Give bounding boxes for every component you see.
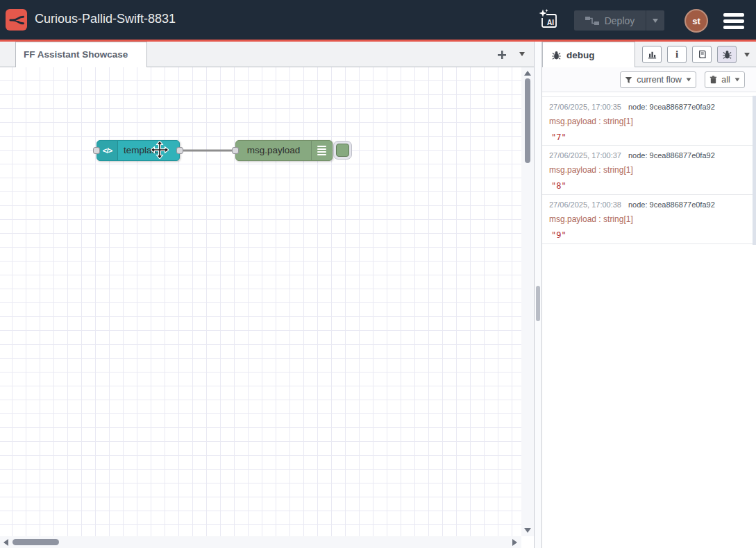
debug-input-port[interactable] xyxy=(232,147,239,154)
flow-canvas[interactable]: </> template msg.payload xyxy=(0,67,521,536)
chevron-down-icon xyxy=(519,52,525,56)
debug-list-scrollbar[interactable] xyxy=(753,96,756,245)
sidebar-tab-debug-button[interactable] xyxy=(717,46,737,63)
code-icon: </> xyxy=(97,141,118,160)
main-area: FF Assistant Showcase </> templ xyxy=(0,42,756,548)
chevron-down-icon xyxy=(653,19,658,23)
chevron-down-icon xyxy=(734,78,739,81)
debug-bug-icon xyxy=(722,49,732,60)
splitter-grip[interactable] xyxy=(536,286,540,321)
bug-icon xyxy=(551,50,562,60)
flow-list-button[interactable] xyxy=(519,52,525,56)
move-cursor-icon xyxy=(151,141,169,159)
debug-filter-label: current flow xyxy=(637,75,682,85)
flow-tab-label: FF Assistant Showcase xyxy=(24,49,128,60)
message-property: msg.payload : string[1] xyxy=(549,214,749,224)
message-property: msg.payload : string[1] xyxy=(549,117,749,126)
flow-tab-bar: FF Assistant Showcase xyxy=(0,42,534,67)
chevron-down-icon xyxy=(686,78,691,81)
horizontal-scroll-thumb[interactable] xyxy=(12,539,59,545)
debug-toolbar: current flow all xyxy=(542,67,756,92)
deploy-options-button[interactable] xyxy=(646,10,664,31)
message-value: "9" xyxy=(549,230,749,240)
debug-message-list: 27/06/2025, 17:00:35 node: 9cea886877e0f… xyxy=(542,92,756,244)
info-icon: i xyxy=(675,49,678,60)
message-source-node: node: 9cea886877e0fa92 xyxy=(628,103,715,111)
main-menu-button[interactable] xyxy=(723,13,744,32)
message-timestamp: 27/06/2025, 17:00:38 xyxy=(549,200,621,209)
debug-enable-toggle[interactable] xyxy=(333,141,352,160)
node-debug[interactable]: msg.payload xyxy=(235,140,333,161)
deploy-button[interactable]: Deploy xyxy=(574,10,664,31)
debug-filter-button[interactable]: current flow xyxy=(620,71,696,88)
book-icon xyxy=(697,49,707,60)
avatar-initials: st xyxy=(692,16,700,26)
canvas-vertical-scrollbar[interactable] xyxy=(521,67,534,536)
add-flow-button[interactable] xyxy=(494,46,510,63)
svg-text:AI: AI xyxy=(547,19,554,26)
template-input-port[interactable] xyxy=(93,147,100,154)
scroll-down-arrow-icon[interactable] xyxy=(524,528,531,533)
template-output-port[interactable] xyxy=(176,147,183,154)
chevron-down-icon xyxy=(744,53,750,57)
sidebar: debug i xyxy=(542,42,756,548)
scroll-left-arrow-icon[interactable] xyxy=(3,539,8,546)
deploy-icon xyxy=(585,16,599,26)
filter-funnel-icon xyxy=(625,76,632,84)
instance-title: Curious-Pallid-Swift-8831 xyxy=(35,12,176,26)
wire-layer xyxy=(0,67,521,536)
deploy-label: Deploy xyxy=(605,15,635,26)
sidebar-tab-bar: debug i xyxy=(542,42,756,67)
vertical-scroll-thumb[interactable] xyxy=(525,78,530,163)
debug-message[interactable]: 27/06/2025, 17:00:38 node: 9cea886877e0f… xyxy=(542,195,756,244)
debug-message[interactable]: 27/06/2025, 17:00:37 node: 9cea886877e0f… xyxy=(542,146,756,195)
node-debug-label: msg.payload xyxy=(236,141,311,160)
sidebar-tab-info-button[interactable]: i xyxy=(667,46,687,63)
workspace: FF Assistant Showcase </> templ xyxy=(0,42,534,548)
message-timestamp: 27/06/2025, 17:00:35 xyxy=(549,103,621,111)
canvas-horizontal-scrollbar[interactable] xyxy=(0,536,521,548)
debug-clear-button[interactable]: all xyxy=(705,71,745,88)
ai-icon: AI xyxy=(537,8,561,32)
deploy-button-main[interactable]: Deploy xyxy=(574,10,646,31)
plus-icon xyxy=(497,50,507,60)
user-avatar[interactable]: st xyxy=(684,9,708,33)
scroll-right-arrow-icon[interactable] xyxy=(512,539,517,546)
message-value: "8" xyxy=(549,181,749,191)
ai-assistant-button[interactable]: AI xyxy=(537,8,561,32)
sidebar-tab-dashboard-button[interactable] xyxy=(642,46,662,63)
flowfuse-logo-icon[interactable] xyxy=(6,9,27,31)
debug-message[interactable]: 27/06/2025, 17:00:35 node: 9cea886877e0f… xyxy=(542,96,756,146)
message-source-node: node: 9cea886877e0fa92 xyxy=(628,151,715,160)
sidebar-menu-button[interactable] xyxy=(744,53,750,57)
message-property: msg.payload : string[1] xyxy=(549,165,749,175)
sidebar-tab-debug-label: debug xyxy=(566,50,595,60)
sidebar-tab-debug[interactable]: debug xyxy=(542,42,635,67)
logo-glyph xyxy=(8,11,26,29)
sidebar-tab-help-button[interactable] xyxy=(692,46,712,63)
debug-clear-label: all xyxy=(721,75,730,85)
trash-icon xyxy=(709,76,717,84)
scroll-up-arrow-icon[interactable] xyxy=(524,71,531,76)
header: Curious-Pallid-Swift-8831 AI Deploy st xyxy=(0,0,756,42)
sidebar-splitter[interactable] xyxy=(534,42,542,548)
dashboard-chart-icon xyxy=(647,49,657,60)
flow-tab-ff-assistant-showcase[interactable]: FF Assistant Showcase xyxy=(15,42,147,67)
message-timestamp: 27/06/2025, 17:00:37 xyxy=(549,151,621,160)
debug-output-icon xyxy=(311,141,332,160)
message-value: "7" xyxy=(549,132,749,142)
hamburger-icon xyxy=(723,13,744,17)
message-source-node: node: 9cea886877e0fa92 xyxy=(628,200,715,209)
